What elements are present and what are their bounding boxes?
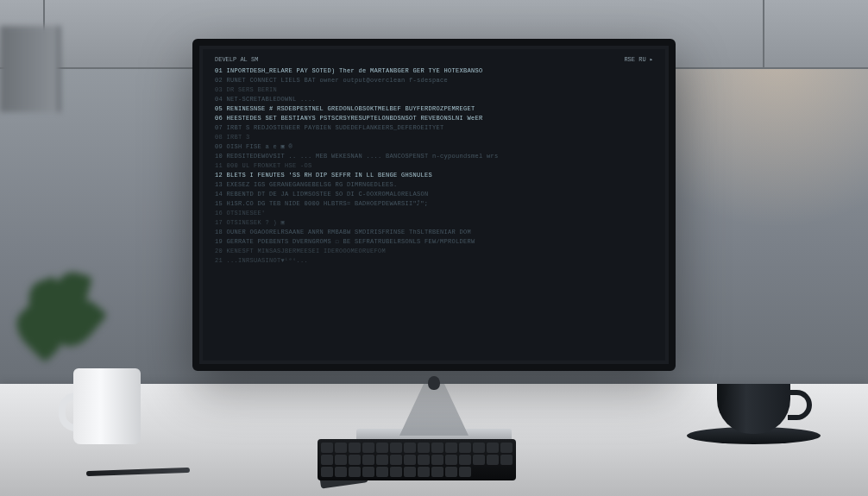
keyboard-key[interactable] <box>362 443 374 453</box>
keyboard-key[interactable] <box>487 443 499 453</box>
keyboard-key[interactable] <box>321 467 333 477</box>
code-line: 10 REDSITEDEWOVSIT .. ... MEB WEKESNAN .… <box>215 152 653 161</box>
code-line: 02 RUNET CONNECT LIELS BAT owner output@… <box>215 76 653 85</box>
keyboard[interactable] <box>318 439 516 480</box>
keyboard-key[interactable] <box>487 455 499 465</box>
editor-header: DEVELP AL SM RSE RU ▸ <box>215 56 653 63</box>
keyboard-key[interactable] <box>473 443 485 453</box>
keyboard-key[interactable] <box>376 455 388 465</box>
monitor: DEVELP AL SM RSE RU ▸ 01 INPORTDESH_RELA… <box>192 39 676 371</box>
keyboard-key[interactable] <box>418 467 430 477</box>
code-line: 17 OTSINESEK ? ) ▣ <box>215 218 653 228</box>
code-line: 11 000 UL FRONKET HSE -OS <box>215 161 653 171</box>
keyboard-key[interactable] <box>349 443 361 453</box>
code-line: 08 IRBT 3 <box>215 133 653 142</box>
code-line: 19 GERRATE PDEBENTS DVERNGROMS ☐ BE SEFR… <box>215 237 653 247</box>
keyboard-key[interactable] <box>418 455 430 465</box>
keyboard-key[interactable] <box>404 455 416 465</box>
keyboard-key[interactable] <box>349 455 361 465</box>
code-line: 12 BLETS I FENUTES 'SS RH DIP SEFFR IN L… <box>215 171 653 180</box>
keyboard-key[interactable] <box>376 443 388 453</box>
appliance-blurred <box>0 26 60 112</box>
code-line: 01 INPORTDESH_RELARE PAY SOTED) Ther de … <box>215 66 653 76</box>
keyboard-key[interactable] <box>459 443 471 453</box>
keyboard-key[interactable] <box>321 443 333 453</box>
keyboard-key[interactable] <box>473 455 485 465</box>
code-line: 20 KENESFT MINSASJBERMEESEI IDEROOOMEORU… <box>215 247 653 256</box>
code-line: 07 IRBT S REDJOSTENEER PAYBIEN SUDEDEFLA… <box>215 123 653 133</box>
keyboard-key[interactable] <box>431 467 443 477</box>
cabinet-divider <box>763 0 764 69</box>
keyboard-key[interactable] <box>418 443 430 453</box>
header-left-text: DEVELP AL SM <box>215 56 258 63</box>
code-line: 21 ...INRSUASINOT▼ᴸᵉˢ... <box>215 256 653 266</box>
code-line: 18 OUNER OGAOORELRSAANE ANRN RMBABW SMDI… <box>215 228 653 237</box>
keyboard-key[interactable] <box>349 467 361 477</box>
keyboard-key[interactable] <box>376 467 388 477</box>
keyboard-key[interactable] <box>390 455 402 465</box>
white-mug <box>73 368 141 444</box>
keyboard-key[interactable] <box>445 467 457 477</box>
keyboard-key[interactable] <box>431 443 443 453</box>
keyboard-key[interactable] <box>500 443 513 453</box>
code-line: 14 REBENTD DT DE JA LIDMSOSTEE SO DI C-O… <box>215 190 653 199</box>
keyboard-key[interactable] <box>390 443 402 453</box>
keyboard-key[interactable] <box>500 455 513 465</box>
plant-decoration <box>13 272 99 375</box>
keyboard-key[interactable] <box>335 443 347 453</box>
code-line: 13 EXESEZ IGS GERANEGANGEBELSG RG DIMRNG… <box>215 180 653 190</box>
code-line: 16 OTSINESEE' <box>215 209 653 218</box>
keyboard-key[interactable] <box>362 467 374 477</box>
keyboard-key[interactable] <box>321 455 333 465</box>
code-line: 06 HEESTEDES SET BESTIANYS PSTSCRSYRESUP… <box>215 114 653 123</box>
keyboard-key[interactable] <box>390 467 402 477</box>
keyboard-key[interactable] <box>445 455 457 465</box>
code-line: 05 RENINESNSE # RSDEBPESTNEL GREDONLOBSO… <box>215 104 653 114</box>
code-editor-screen[interactable]: DEVELP AL SM RSE RU ▸ 01 INPORTDESH_RELA… <box>203 49 665 361</box>
code-line: 15 H1SR.CO DG TEB NIDE 0000 HLBTRS= BADH… <box>215 199 653 209</box>
keyboard-key[interactable] <box>459 467 471 477</box>
header-right-text: RSE RU ▸ <box>624 56 653 63</box>
keyboard-key[interactable] <box>445 443 457 453</box>
keyboard-key[interactable] <box>431 455 443 465</box>
keyboard-key[interactable] <box>335 455 347 465</box>
code-line: 09 OISH FISE a e ▣ ® <box>215 142 653 152</box>
apple-logo-icon <box>428 376 440 390</box>
keyboard-key[interactable] <box>459 455 471 465</box>
keyboard-key[interactable] <box>404 467 416 477</box>
code-line: 04 NET-SCRETABLEDOWNL .... <box>215 95 653 104</box>
keyboard-key[interactable] <box>404 443 416 453</box>
code-line: 03 DR SERS BERIN <box>215 85 653 95</box>
keyboard-key[interactable] <box>362 455 374 465</box>
keyboard-key[interactable] <box>335 467 347 477</box>
